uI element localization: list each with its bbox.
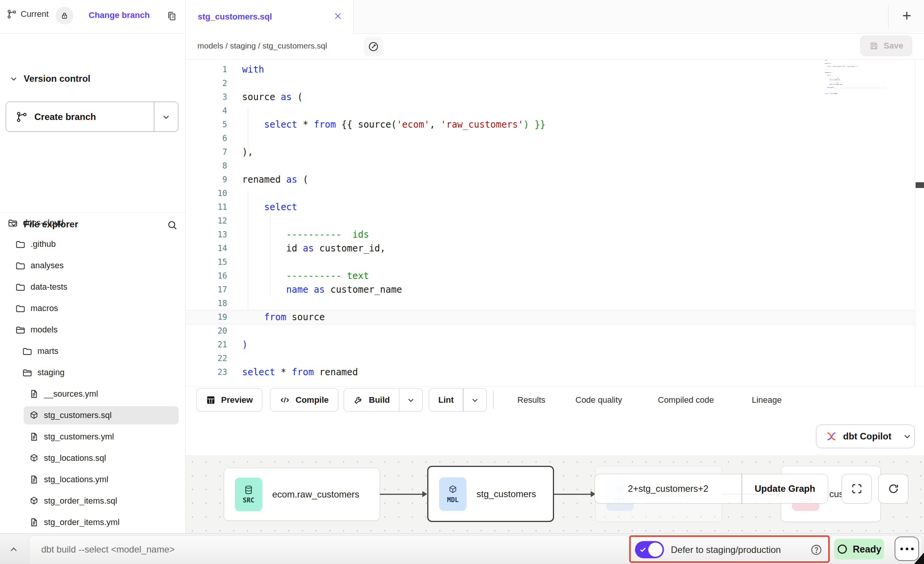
code-line-10[interactable]: 10 — [186, 186, 915, 200]
code-line-9[interactable]: 9renamed as ( — [186, 173, 915, 186]
code-line-21[interactable]: 21) — [186, 338, 915, 352]
code-line-14[interactable]: 14 id as customer_id, — [186, 241, 915, 255]
code-line-22[interactable]: 22 — [186, 352, 915, 365]
code-line-2[interactable]: 2 — [186, 76, 915, 90]
code-editor[interactable]: 1with23source as (45 select * from {{ so… — [186, 60, 915, 386]
save-icon — [869, 41, 879, 51]
build-button[interactable]: Build — [344, 388, 423, 412]
code-line-23[interactable]: 23select * from renamed — [186, 365, 915, 379]
file-tree-item-analyses[interactable]: analyses — [0, 255, 186, 276]
code-line-6[interactable]: 6 — [186, 131, 915, 145]
lineage-selector-bar: 2+stg_customers+2 Update Graph — [594, 474, 828, 504]
file-tree-item-models[interactable]: models — [0, 319, 186, 340]
code-line-15[interactable]: 15 — [186, 255, 915, 269]
help-icon[interactable] — [810, 544, 822, 556]
file-tree-item-stg-order-items-sql[interactable]: stg_order_items.sql — [0, 490, 186, 512]
lineage-node-stg-customers[interactable]: MDLstg_customers — [427, 466, 554, 522]
lineage-panel-top — [186, 413, 924, 455]
file-tree-label: stg_locations.sql — [44, 453, 106, 463]
file-tree-item-data-tests[interactable]: data-tests — [0, 276, 186, 298]
code-line-23[interactable]: 23select * from renamed — [825, 93, 886, 94]
code-line-13[interactable]: 13 ---------- ids — [186, 228, 915, 241]
file-tree-item-marts[interactable]: marts — [0, 340, 186, 362]
table-icon — [206, 395, 216, 405]
code-line-8[interactable]: 8 — [186, 159, 915, 173]
line-number: 7 — [186, 147, 242, 157]
file-tree-item-stg-locations-yml[interactable]: stg_locations.yml — [0, 469, 186, 490]
line-number: 11 — [186, 203, 242, 212]
file-tree-item--github[interactable]: .github — [0, 233, 186, 255]
git-branch-icon — [7, 9, 17, 19]
code-line-19[interactable]: 19 from source — [186, 310, 915, 324]
lint-button[interactable]: Lint — [429, 388, 487, 412]
new-tab-button[interactable] — [900, 9, 913, 22]
editor-minimap[interactable]: 1with23source as (45 select * from {{ so… — [825, 60, 886, 96]
status-badge-ready[interactable]: Ready — [834, 539, 884, 559]
open-lineage-button[interactable] — [364, 37, 383, 56]
file-tree-label: stg_order_items.sql — [44, 496, 117, 506]
dbt-copilot-label: dbt Copilot — [843, 431, 892, 442]
current-branch[interactable]: Current — [7, 9, 48, 19]
dbt-copilot-button[interactable]: dbt Copilot — [816, 425, 915, 448]
code-line-7[interactable]: 7), — [186, 145, 915, 159]
copy-icon — [166, 10, 178, 22]
version-control-header[interactable]: Version control — [9, 73, 90, 84]
refresh-button[interactable] — [878, 474, 908, 504]
editor-scrollbar[interactable] — [915, 60, 915, 386]
tab-stg-customers-sql[interactable]: stg_customers.sql — [186, 0, 354, 34]
file-tree-label: stg_customers.sql — [44, 410, 111, 420]
code-line-16[interactable]: 16 ---------- text — [186, 269, 915, 283]
branch-bar: Current Change branch — [0, 0, 186, 34]
file-tree-item-macros[interactable]: macros — [0, 298, 186, 319]
line-number: 22 — [186, 354, 242, 363]
file-tree-item-docs-cloud[interactable]: docs-cloud — [0, 212, 186, 233]
code-line-4[interactable]: 4 — [186, 104, 915, 118]
file-tree-label: docs-cloud — [23, 218, 63, 228]
fullscreen-button[interactable] — [842, 474, 872, 504]
code-text: select * from renamed — [825, 93, 837, 94]
code-line-20[interactable]: 20 — [186, 324, 915, 338]
lineage-canvas[interactable]: SRCecom.raw_customersMDLstg_customersMDL… — [186, 455, 924, 533]
arrowhead-icon — [422, 491, 427, 497]
tab-code-quality[interactable]: Code quality — [575, 387, 622, 413]
create-branch-dropdown[interactable] — [154, 102, 178, 131]
code-line-5[interactable]: 5 select * from {{ source('ecom', 'raw_c… — [186, 118, 915, 131]
tab-lineage[interactable]: Lineage — [752, 387, 782, 413]
file-tree-item-stg-locations-sql[interactable]: stg_locations.sql — [0, 447, 186, 469]
refresh-icon — [887, 483, 900, 495]
lineage-node-ecom-raw-customers[interactable]: SRCecom.raw_customers — [224, 468, 380, 521]
create-branch-main[interactable]: Create branch — [6, 102, 154, 131]
code-line-11[interactable]: 11 select — [186, 200, 915, 214]
code-line-12[interactable]: 12 — [186, 214, 915, 228]
file-tree-item-staging[interactable]: staging — [0, 362, 186, 383]
lineage-selector-input[interactable]: 2+stg_customers+2 — [595, 474, 741, 503]
copy-branch-button[interactable] — [166, 10, 178, 22]
tab-results[interactable]: Results — [517, 387, 545, 413]
file-tree-item-stg-customers-yml[interactable]: stg_customers.yml — [0, 426, 186, 447]
file-tree-item--sources-yml[interactable]: __sources.yml — [0, 383, 186, 405]
sidebar: Version control Create branch — [0, 34, 186, 533]
compile-button[interactable]: Compile — [270, 388, 338, 412]
node-badge-src: SRC — [235, 478, 262, 511]
tab-compiled-code[interactable]: Compiled code — [658, 387, 714, 413]
code-line-3[interactable]: 3source as ( — [186, 90, 915, 104]
close-tab-icon[interactable] — [333, 11, 343, 21]
save-label: Save — [884, 41, 903, 51]
code-icon — [279, 395, 290, 405]
save-button[interactable]: Save — [860, 36, 912, 56]
code-line-1[interactable]: 1with — [186, 63, 915, 76]
defer-toggle[interactable] — [635, 541, 664, 558]
line-number: 23 — [186, 368, 242, 377]
file-tree-item-stg-order-items-yml[interactable]: stg_order_items.yml — [0, 512, 186, 533]
collapse-panel-button[interactable] — [8, 544, 19, 555]
code-line-17[interactable]: 17 name as customer_name — [186, 283, 915, 297]
file-tree-item-stg-customers-sql[interactable]: stg_customers.sql — [0, 405, 186, 426]
code-line-18[interactable]: 18 — [186, 297, 915, 310]
lint-dropdown[interactable] — [464, 389, 486, 411]
change-branch-link[interactable]: Change branch — [89, 10, 150, 20]
create-branch-button[interactable]: Create branch — [6, 102, 178, 132]
preview-button[interactable]: Preview — [196, 388, 262, 412]
update-graph-button[interactable]: Update Graph — [742, 474, 828, 503]
build-dropdown[interactable] — [399, 389, 422, 411]
check-icon — [639, 545, 647, 554]
